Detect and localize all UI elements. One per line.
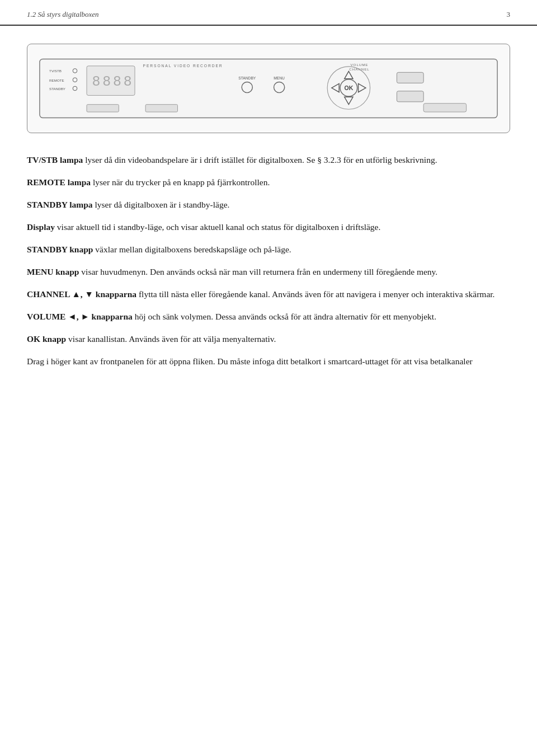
svg-text:STANDBY: STANDBY bbox=[238, 76, 256, 80]
svg-rect-23 bbox=[397, 72, 423, 83]
svg-text:OK: OK bbox=[344, 84, 353, 91]
display-term: Display bbox=[27, 222, 55, 232]
standby-paragraph: STANDBY lampa lyser då digitalboxen är i… bbox=[27, 198, 510, 212]
svg-text:8888: 8888 bbox=[92, 74, 134, 90]
drag-paragraph: Drag i höger kant av frontpanelen för at… bbox=[27, 355, 510, 368]
drag-text: Drag i höger kant av frontpanelen för at… bbox=[27, 356, 473, 366]
svg-text:STANDBY: STANDBY bbox=[49, 87, 65, 91]
tvstb-text: lyser då din videobandspelare är i drift… bbox=[83, 155, 437, 165]
main-content: TV/STB lampa lyser då din videobandspela… bbox=[0, 149, 537, 400]
display-paragraph: Display visar aktuell tid i standby-läge… bbox=[27, 220, 510, 234]
ok-term: OK knapp bbox=[27, 334, 66, 344]
svg-rect-24 bbox=[397, 91, 423, 102]
volume-paragraph: VOLUME ◄, ► knapparna höj och sänk volym… bbox=[27, 310, 510, 323]
front-panel-svg: TV/STB REMOTE STANDBY 8888 PERSONAL VIDE… bbox=[39, 54, 498, 123]
svg-text:REMOTE: REMOTE bbox=[49, 78, 64, 82]
ok-text: visar kanallistan. Används även för att … bbox=[66, 334, 276, 344]
tvstb-term: TV/STB lampa bbox=[27, 155, 83, 165]
display-text: visar aktuell tid i standby-läge, och vi… bbox=[55, 222, 380, 232]
page-number: 3 bbox=[507, 10, 511, 19]
page-header: 1.2 Så styrs digitalboxen 3 bbox=[0, 0, 537, 26]
channel-term: CHANNEL ▲, ▼ knapparna bbox=[27, 289, 136, 299]
remote-text: lyser när du trycker på en knapp på fjär… bbox=[91, 177, 270, 187]
device-illustration: TV/STB REMOTE STANDBY 8888 PERSONAL VIDE… bbox=[27, 44, 510, 133]
svg-text:PERSONAL VIDEO RECORDER: PERSONAL VIDEO RECORDER bbox=[143, 64, 223, 68]
standby-knapp-paragraph: STANDBY knapp växlar mellan digitalboxen… bbox=[27, 243, 510, 256]
remote-paragraph: REMOTE lampa lyser när du trycker på en … bbox=[27, 176, 510, 189]
channel-text: flytta till nästa eller föregående kanal… bbox=[136, 289, 494, 299]
menu-knapp-term: MENU knapp bbox=[27, 267, 79, 276]
standby-knapp-term: STANDBY knapp bbox=[27, 245, 93, 254]
standby-text: lyser då digitalboxen är i standby-läge. bbox=[93, 200, 230, 209]
remote-term: REMOTE lampa bbox=[27, 177, 91, 187]
ok-paragraph: OK knapp visar kanallistan. Används även… bbox=[27, 332, 510, 346]
svg-rect-26 bbox=[145, 105, 177, 112]
svg-text:VOLUME: VOLUME bbox=[351, 63, 369, 67]
svg-rect-25 bbox=[87, 105, 119, 112]
menu-knapp-text: visar huvudmenyn. Den används också när … bbox=[79, 267, 437, 276]
svg-rect-27 bbox=[423, 104, 466, 112]
volume-term: VOLUME ◄, ► knapparna bbox=[27, 312, 133, 321]
menu-knapp-paragraph: MENU knapp visar huvudmenyn. Den används… bbox=[27, 265, 510, 279]
svg-text:MENU: MENU bbox=[274, 76, 285, 80]
svg-text:TV/STB: TV/STB bbox=[49, 69, 62, 73]
tvstb-paragraph: TV/STB lampa lyser då din videobandspela… bbox=[27, 153, 510, 167]
channel-paragraph: CHANNEL ▲, ▼ knapparna flytta till nästa… bbox=[27, 288, 510, 301]
header-section-title: 1.2 Så styrs digitalboxen bbox=[27, 10, 99, 19]
standby-knapp-text: växlar mellan digitalboxens beredskapslä… bbox=[93, 245, 291, 254]
standby-term: STANDBY lampa bbox=[27, 200, 93, 209]
volume-text: höj och sänk volymen. Dessa används ocks… bbox=[133, 312, 436, 321]
